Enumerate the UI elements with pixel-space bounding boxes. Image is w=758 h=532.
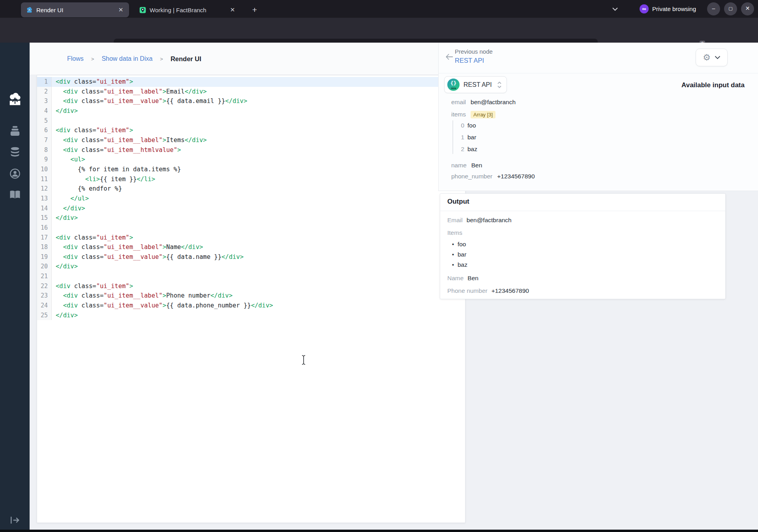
input-row-items: items Array [3] (451, 110, 495, 119)
code-line[interactable]: 17<div class="ui_item"> (37, 233, 465, 243)
code-line[interactable]: 20</div> (37, 262, 465, 272)
window-close-button[interactable]: ✕ (741, 2, 754, 15)
code-line[interactable]: 9 <ul> (37, 155, 465, 165)
code-text (52, 116, 56, 126)
line-number: 9 (37, 155, 52, 165)
tab-close-icon[interactable]: ✕ (116, 6, 125, 14)
line-number: 22 (37, 281, 52, 291)
flows-stack-icon[interactable] (0, 126, 30, 137)
code-line[interactable]: 24 <div class="ui_item__value">{{ data.p… (37, 301, 465, 311)
code-line[interactable]: 18 <div class="ui_item__label">Name</div… (37, 242, 465, 252)
previous-node-header: Previous node REST API ⚙ (439, 43, 758, 73)
output-row-name: Name Ben (447, 274, 478, 283)
tab-render-ui[interactable]: Render UI ✕ (21, 2, 129, 17)
code-line[interactable]: 5 (37, 116, 465, 126)
private-browsing-label: Private browsing (652, 6, 696, 12)
code-text: <div class="ui_item__value">{{ data.emai… (52, 96, 247, 106)
code-line[interactable]: 21 (37, 272, 465, 281)
code-line[interactable]: 6<div class="ui_item"> (37, 126, 465, 135)
factbranch-logo-icon[interactable] (0, 92, 30, 108)
output-row-items: Items (447, 229, 462, 237)
code-line[interactable]: 14 </div> (37, 204, 465, 214)
previous-node-back-arrow-icon[interactable] (446, 54, 453, 60)
data-sources-database-icon[interactable] (0, 147, 30, 159)
output-list-item: bar (452, 250, 466, 259)
line-number: 12 (37, 184, 52, 194)
array-type-badge: Array [3] (471, 111, 495, 118)
code-line[interactable]: 16 (37, 223, 465, 233)
line-number: 14 (37, 204, 52, 214)
line-number: 24 (37, 301, 52, 311)
code-line[interactable]: 10 {% for item in data.items %} (37, 165, 465, 174)
page-title: Render UI (171, 55, 201, 63)
template-code-editor[interactable]: 1<div class="ui_item">2 <div class="ui_i… (37, 75, 465, 523)
output-heading: Output (447, 198, 469, 206)
line-number: 21 (37, 272, 52, 281)
input-row-email: email ben@factbranch (451, 98, 516, 107)
available-input-data-heading: Available input data (681, 81, 745, 89)
code-line[interactable]: 11 <li>{{ item }}</li> (37, 174, 465, 184)
tab-bar: Render UI ✕ Working | FactBranch ✕ + ∞ P… (0, 0, 758, 18)
input-data-panel: Previous node REST API ⚙ {} JSON REST AP… (438, 43, 758, 191)
line-number: 23 (37, 291, 52, 301)
code-line[interactable]: 15</div> (37, 213, 465, 223)
code-text: <div class="ui_item__value">{{ data.phon… (52, 301, 273, 311)
breadcrumb-flows-link[interactable]: Flows (67, 55, 84, 62)
code-line[interactable]: 23 <div class="ui_item__label">Phone num… (37, 291, 465, 301)
code-text: </div> (52, 106, 78, 116)
array-index: 1 (460, 134, 464, 141)
output-item-text: baz (458, 261, 467, 268)
line-number: 13 (37, 194, 52, 204)
code-line[interactable]: 25</div> (37, 311, 465, 320)
code-line[interactable]: 8 <div class="ui_item__htmlvalue"> (37, 145, 465, 155)
output-row-phone: Phone number +1234567890 (447, 287, 529, 295)
window-minimize-button[interactable]: – (707, 2, 720, 15)
line-number: 6 (37, 126, 52, 135)
account-user-icon[interactable] (0, 168, 30, 179)
code-lines[interactable]: 1<div class="ui_item">2 <div class="ui_i… (37, 75, 465, 523)
breadcrumb-band: Flows > Show data in Dixa > Render UI (30, 43, 468, 75)
line-number: 8 (37, 145, 52, 155)
input-node-select[interactable]: {} JSON REST API (444, 76, 507, 93)
line-number: 17 (37, 233, 52, 243)
logout-icon[interactable] (0, 515, 30, 525)
breadcrumb-separator-icon: > (160, 56, 163, 62)
docs-book-icon[interactable] (0, 190, 30, 200)
line-number: 11 (37, 174, 52, 184)
array-indent-guide (452, 120, 453, 154)
line-number: 25 (37, 311, 52, 320)
factbranch-favicon (26, 7, 33, 13)
code-line[interactable]: 19 <div class="ui_item__value">{{ data.n… (37, 252, 465, 262)
line-number: 7 (37, 135, 52, 145)
code-line[interactable]: 13 </ul> (37, 194, 465, 204)
code-text: <div class="ui_item"> (52, 281, 133, 291)
breadcrumb-flow-link[interactable]: Show data in Dixa (101, 55, 152, 62)
node-select-value: REST API (463, 81, 492, 88)
tab-close-icon[interactable]: ✕ (228, 6, 237, 14)
list-all-tabs-chevron-icon[interactable] (612, 7, 618, 11)
code-line[interactable]: 3 <div class="ui_item__value">{{ data.em… (37, 96, 465, 106)
code-text: </div> (52, 262, 78, 272)
code-line[interactable]: 7 <div class="ui_item__label">Items</div… (37, 135, 465, 145)
node-settings-button[interactable]: ⚙ (696, 49, 728, 66)
previous-node-link[interactable]: REST API (455, 57, 484, 64)
array-item-row: 1bar (460, 133, 476, 142)
tab-working-factbranch[interactable]: Working | FactBranch ✕ (134, 2, 241, 17)
code-line[interactable]: 12 {% endfor %} (37, 184, 465, 194)
line-number: 10 (37, 165, 52, 174)
code-line[interactable]: 1<div class="ui_item"> (37, 77, 465, 87)
code-text: <div class="ui_item"> (52, 77, 133, 87)
array-index: 2 (460, 146, 464, 153)
line-number: 4 (37, 106, 52, 116)
output-preview-card: Output Email ben@factbranch Items foobar… (440, 193, 726, 299)
code-text: {% for item in data.items %} (52, 165, 181, 174)
line-number: 5 (37, 116, 52, 126)
firefox-window: Render UI ✕ Working | FactBranch ✕ + ∞ P… (0, 0, 758, 532)
code-line[interactable]: 4</div> (37, 106, 465, 116)
code-line[interactable]: 2 <div class="ui_item__label">Email</div… (37, 87, 465, 97)
new-tab-button[interactable]: + (250, 5, 260, 15)
code-line[interactable]: 22<div class="ui_item"> (37, 281, 465, 291)
window-maximize-button[interactable]: ▢ (724, 2, 737, 15)
window-bottom-edge (0, 530, 758, 532)
code-text: <div class="ui_item"> (52, 233, 133, 243)
